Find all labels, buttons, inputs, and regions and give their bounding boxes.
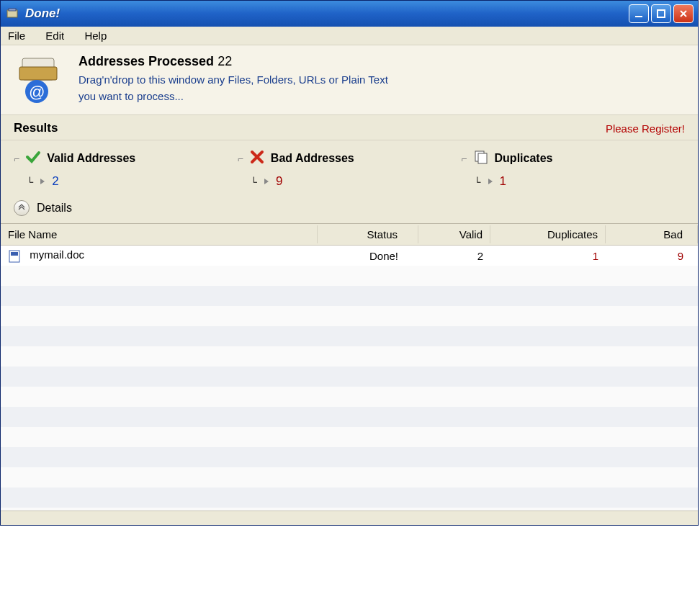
header-title: Addresses Processed 22 <box>78 54 685 69</box>
expand-icon[interactable] <box>40 179 45 184</box>
expand-icon[interactable] <box>488 179 493 184</box>
bracket-icon: └ <box>251 176 257 187</box>
copy-icon <box>473 149 489 167</box>
col-duplicates[interactable]: Duplicates <box>490 225 606 243</box>
menu-bar: File Edit Help <box>1 27 698 45</box>
cell-bad: 9 <box>606 247 698 265</box>
menu-help[interactable]: Help <box>84 30 107 42</box>
filename-text: mymail.doc <box>30 248 84 261</box>
bad-count: 9 <box>276 174 282 189</box>
header-sub-line2: you want to process... <box>78 90 184 102</box>
header-subtitle: Drag'n'drop to this window any Files, Fo… <box>78 72 685 104</box>
col-filename[interactable]: File Name <box>1 225 318 243</box>
status-bar <box>1 511 698 525</box>
window-controls <box>629 4 694 23</box>
table-header: File Name Status Valid Duplicates Bad <box>1 224 698 246</box>
x-icon <box>249 149 265 167</box>
bracket-icon: └ <box>27 176 33 187</box>
application-window: Done! File Edit Help @ <box>0 0 699 526</box>
header-texts: Addresses Processed 22 Drag'n'drop to th… <box>78 54 685 104</box>
bracket-icon: ⌐ <box>238 153 243 164</box>
valid-count: 2 <box>52 174 58 189</box>
bracket-icon: ⌐ <box>461 153 467 164</box>
bracket-icon: └ <box>474 176 480 187</box>
doc-icon <box>8 250 21 263</box>
header-title-count: 22 <box>217 54 232 68</box>
svg-rect-11 <box>11 252 18 256</box>
header-icon: @ <box>14 54 64 104</box>
summary-bad: ⌐ Bad Addresses └ 9 <box>238 149 462 189</box>
col-status[interactable]: Status <box>318 225 418 243</box>
title-bar[interactable]: Done! <box>1 1 698 27</box>
svg-rect-5 <box>19 67 57 80</box>
dup-label: Duplicates <box>495 152 553 165</box>
window-title: Done! <box>25 6 629 21</box>
dup-count: 1 <box>500 174 506 189</box>
cell-duplicates: 1 <box>490 247 606 265</box>
details-label: Details <box>37 202 72 215</box>
maximize-button[interactable] <box>651 4 671 23</box>
table-row[interactable]: mymail.doc Done! 2 1 9 <box>1 246 698 266</box>
results-label: Results <box>14 121 58 135</box>
check-icon <box>25 149 41 167</box>
details-row: Details <box>1 194 698 224</box>
register-link[interactable]: Please Register! <box>606 122 685 135</box>
svg-rect-2 <box>635 16 642 17</box>
collapse-icon[interactable] <box>14 200 30 216</box>
empty-rows <box>1 266 698 511</box>
summary-row: ⌐ Valid Addresses └ 2 ⌐ Bad Addresses <box>1 140 698 194</box>
summary-duplicates: ⌐ Duplicates └ 1 <box>461 149 685 189</box>
svg-rect-3 <box>658 10 665 17</box>
menu-edit[interactable]: Edit <box>45 30 64 42</box>
results-bar: Results Please Register! <box>1 115 698 140</box>
col-valid[interactable]: Valid <box>418 225 490 243</box>
header-sub-line1: Drag'n'drop to this window any Files, Fo… <box>78 73 388 86</box>
svg-text:@: @ <box>29 83 45 101</box>
results-table: File Name Status Valid Duplicates Bad my… <box>1 224 698 511</box>
cell-status: Done! <box>318 247 418 265</box>
expand-icon[interactable] <box>264 179 269 184</box>
svg-rect-1 <box>9 9 16 11</box>
cell-valid: 2 <box>418 247 490 265</box>
bracket-icon: ⌐ <box>14 153 19 164</box>
header-title-label: Addresses Processed <box>78 54 214 68</box>
col-bad[interactable]: Bad <box>606 225 698 243</box>
valid-label: Valid Addresses <box>47 152 135 165</box>
app-icon <box>5 6 19 21</box>
menu-file[interactable]: File <box>8 30 25 42</box>
svg-rect-9 <box>478 153 487 163</box>
summary-valid: ⌐ Valid Addresses └ 2 <box>14 149 238 189</box>
cell-filename: mymail.doc <box>1 246 318 265</box>
minimize-button[interactable] <box>629 4 649 23</box>
close-button[interactable] <box>673 4 694 23</box>
bad-label: Bad Addresses <box>271 152 354 165</box>
header-panel: @ Addresses Processed 22 Drag'n'drop to … <box>1 45 698 115</box>
